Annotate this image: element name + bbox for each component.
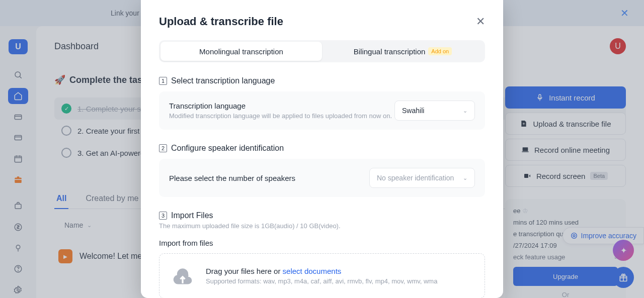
- file-dropzone[interactable]: Drag your files here or select documents…: [159, 253, 485, 298]
- step-1-label: 1 Select transcription language: [159, 76, 485, 85]
- dropzone-text: Drag your files here or select documents: [206, 267, 437, 275]
- speaker-card: Please select the number of speakers No …: [159, 159, 485, 197]
- supported-formats: Supported formats: wav, mp3, m4a, caf, a…: [206, 277, 437, 285]
- step-number-1: 1: [159, 77, 167, 85]
- step-3-sub: The maximum uploaded file size is 1GB(au…: [159, 222, 485, 230]
- addon-badge: Add on: [428, 47, 452, 55]
- language-card: Transcription language Modified transcri…: [159, 91, 485, 130]
- chevron-down-icon: ⌄: [463, 175, 467, 181]
- transcription-mode-tabs: Monolingual transcription Bilingual tran…: [159, 40, 485, 62]
- modal-close-icon[interactable]: ✕: [476, 15, 485, 28]
- import-from-files-label: Import from files: [159, 239, 485, 247]
- step-3-label: 3 Import Files: [159, 211, 485, 220]
- step-number-3: 3: [159, 212, 167, 220]
- bilingual-tab[interactable]: Bilingual transcription Add on: [322, 42, 484, 61]
- step-number-2: 2: [159, 144, 167, 152]
- monolingual-tab[interactable]: Monolingual transcription: [160, 42, 322, 61]
- cloud-upload-icon: [172, 265, 194, 287]
- language-sub: Modified transcription language will be …: [169, 112, 392, 120]
- modal-title: Upload & transcribe file: [159, 15, 283, 28]
- step-2-label: 2 Configure speaker identification: [159, 144, 485, 153]
- upload-modal: Upload & transcribe file ✕ Monolingual t…: [141, 0, 503, 298]
- select-documents-link[interactable]: select documents: [283, 267, 342, 275]
- modal-overlay[interactable]: Upload & transcribe file ✕ Monolingual t…: [0, 0, 644, 298]
- speaker-select[interactable]: No speaker identification ⌄: [369, 168, 475, 188]
- chevron-down-icon: ⌄: [463, 108, 467, 114]
- language-label: Transcription language: [169, 102, 392, 110]
- speaker-label: Please select the number of speakers: [169, 174, 295, 182]
- language-select[interactable]: Swahili ⌄: [394, 101, 475, 121]
